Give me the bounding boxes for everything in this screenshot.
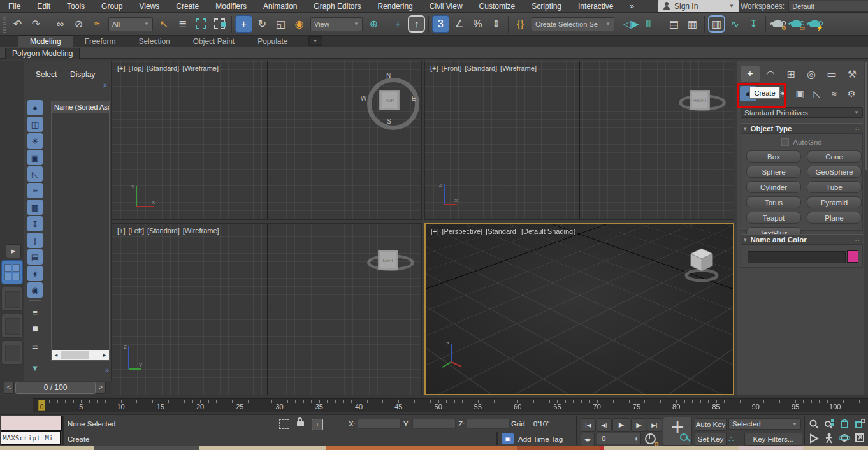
viewport-front[interactable]: [+][Front][Standard][Wireframe] FRONT ZX <box>424 61 734 220</box>
menu-group[interactable]: Group <box>93 2 131 11</box>
display-containers-icon[interactable]: ▤ <box>27 249 43 265</box>
unlink-selection-icon[interactable]: ⊘ <box>70 15 87 33</box>
cylinder-button[interactable]: Cylinder <box>746 181 801 193</box>
list-view-icon[interactable]: ≡ <box>27 305 43 320</box>
geosphere-button[interactable]: GeoSphere <box>807 166 862 178</box>
viewport-layout-tab-4[interactable] <box>1 340 23 365</box>
object-name-input[interactable] <box>748 251 846 263</box>
modify-tab[interactable]: ◠ <box>761 66 780 82</box>
selection-lock-icon[interactable] <box>297 417 304 426</box>
select-object-icon[interactable]: ↖ <box>156 15 173 33</box>
orbit-icon[interactable] <box>839 432 851 445</box>
select-and-link-icon[interactable]: ∞ <box>52 15 69 33</box>
viewport-menu-plus[interactable]: [+] <box>430 64 438 72</box>
angle-snap-icon[interactable]: ∠ <box>451 15 468 33</box>
menu-civil-view[interactable]: Civil View <box>421 2 471 11</box>
named-selection-set-dropdown[interactable]: Create Selection Se▼ <box>532 17 614 31</box>
display-geometry-icon[interactable]: ● <box>27 100 43 115</box>
align-icon[interactable]: ⊪ <box>641 15 658 33</box>
set-keys-button[interactable]: + <box>663 417 692 446</box>
viewcube-left-face[interactable]: LEFT <box>378 250 398 270</box>
add-time-tag-label[interactable]: Add Time Tag <box>518 435 563 443</box>
object-type-rollout-header[interactable]: ▾ Object Type ∷ <box>741 123 863 134</box>
set-key-button[interactable]: Set Key <box>695 433 727 446</box>
zoom-icon[interactable] <box>808 418 821 431</box>
viewport-menu-renderer[interactable]: [Standard] <box>486 228 518 235</box>
select-and-rotate-icon[interactable]: ↻ <box>254 15 271 33</box>
select-by-name-icon[interactable]: ≣ <box>174 15 191 33</box>
play-button[interactable]: ▶ <box>612 418 630 432</box>
ribbon-tab-selection[interactable]: Selection <box>127 36 181 47</box>
render-setup-icon[interactable]: ⚙ <box>769 15 786 33</box>
viewcube[interactable]: FRONT <box>679 88 720 111</box>
cameras-category[interactable]: ▣ <box>792 86 808 101</box>
explorer-select-menu[interactable]: Select <box>36 70 57 79</box>
viewport-top[interactable]: [+][Top][Standard][Wireframe] N W E S TO… <box>112 61 422 220</box>
display-space-warps-icon[interactable]: ≈ <box>27 183 43 198</box>
select-and-manipulate-icon[interactable]: + <box>389 15 407 33</box>
hierarchy-tab[interactable]: ⊞ <box>781 66 800 82</box>
cone-button[interactable]: Cone <box>807 150 862 163</box>
viewport-menu-pov[interactable]: [Left] <box>129 227 144 235</box>
schematic-view-icon[interactable]: ∿ <box>727 15 744 33</box>
ribbon-tab-object-paint[interactable]: Object Paint <box>182 36 246 47</box>
pyramid-button[interactable]: Pyramid <box>807 196 862 208</box>
viewport-menu-renderer[interactable]: [Standard] <box>147 64 179 72</box>
primitive-category-dropdown[interactable]: Standard Primitives ▼ <box>741 107 863 118</box>
viewcube[interactable]: N W E S TOP <box>362 73 416 126</box>
polygon-modeling-button[interactable]: Polygon Modeling <box>5 48 80 59</box>
explorer-overflow-icon[interactable]: » <box>103 81 107 89</box>
auto-key-button[interactable]: Auto Key <box>695 418 727 431</box>
display-shapes-icon[interactable]: ◫ <box>27 117 43 132</box>
helpers-category[interactable]: ◺ <box>809 86 825 101</box>
time-configuration-icon[interactable]: ⚙ <box>645 433 656 444</box>
menu-customize[interactable]: Customize <box>471 2 524 11</box>
frame-step-arrows[interactable]: ◀▶ <box>581 433 595 446</box>
z-coordinate-input[interactable] <box>467 419 510 429</box>
bind-to-space-warp-icon[interactable]: ≈ <box>89 15 106 33</box>
undo-icon[interactable]: ↶ <box>9 15 26 33</box>
go-to-start-button[interactable]: |◀ <box>581 418 596 432</box>
display-hidden-icon[interactable]: ◉ <box>27 282 43 298</box>
viewport-menu-shading[interactable]: [Default Shading] <box>521 228 575 235</box>
menu-views[interactable]: Views <box>131 2 168 11</box>
x-coordinate-input[interactable] <box>358 419 401 429</box>
torus-button[interactable]: Torus <box>746 196 801 208</box>
viewport-menu-renderer[interactable]: [Standard] <box>147 227 180 235</box>
ribbon-overflow-button[interactable]: ▼ <box>308 36 322 46</box>
menu-interactive[interactable]: Interactive <box>570 2 621 11</box>
display-frozen-icon[interactable]: ∗ <box>27 266 43 281</box>
viewcube-west[interactable]: W <box>361 95 366 102</box>
utilities-tab[interactable]: ⚒ <box>843 66 862 82</box>
select-and-scale-icon[interactable]: ◱ <box>272 15 289 33</box>
viewcube-front-face[interactable]: FRONT <box>690 90 710 110</box>
zoom-all-icon[interactable] <box>823 418 836 431</box>
layer-explorer-icon[interactable]: ▦ <box>684 15 701 33</box>
viewport-menu-plus[interactable]: [+] <box>117 64 126 72</box>
spinner-snap-icon[interactable]: ⇕ <box>488 15 505 33</box>
viewport-perspective[interactable]: [+][Perspective][Standard][Default Shadi… <box>424 223 734 395</box>
display-cameras-icon[interactable]: ▣ <box>27 150 43 165</box>
viewcube-south[interactable]: S <box>387 118 391 125</box>
go-to-end-button[interactable]: ▶| <box>647 418 662 432</box>
time-slider-value[interactable]: 0 / 100 <box>15 382 96 394</box>
teapot-button[interactable]: Teapot <box>746 212 801 224</box>
previous-frame-slider-button[interactable]: < <box>4 382 14 394</box>
ribbon-tab-freeform[interactable]: Freeform <box>73 36 127 47</box>
filter-icon[interactable]: ▼ <box>27 360 43 375</box>
viewcube-east[interactable]: E <box>412 95 416 102</box>
key-filter-scope-dropdown[interactable]: Selected ▼ <box>728 418 801 430</box>
scroll-right-icon[interactable]: ▸ <box>100 352 109 358</box>
previous-frame-button[interactable]: ◀| <box>597 418 612 432</box>
box-button[interactable]: Box <box>746 150 801 163</box>
zoom-extents-all-icon[interactable] <box>854 418 867 431</box>
timeline-ruler[interactable]: 0510152025303540455055606570758085909510… <box>33 398 868 412</box>
detail-list-icon[interactable]: ≣ <box>27 338 43 353</box>
display-groups-icon[interactable]: ▩ <box>27 200 43 215</box>
maximize-viewport-icon[interactable] <box>854 432 867 445</box>
toolbar-grip[interactable] <box>3 15 6 33</box>
display-tab[interactable]: ▭ <box>822 66 841 82</box>
viewcube[interactable] <box>683 245 720 283</box>
tube-button[interactable]: Tube <box>807 181 862 193</box>
sign-in-button[interactable]: Sign In ▼ <box>658 0 739 12</box>
